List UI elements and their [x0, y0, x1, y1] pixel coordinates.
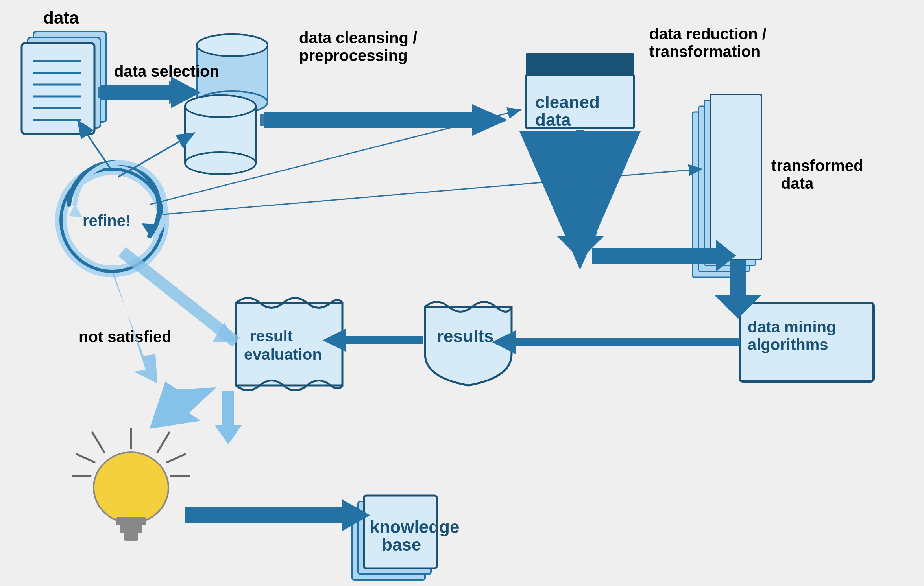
knowledge-base-label2: base [382, 535, 421, 554]
evaluation-label: evaluation [244, 346, 322, 363]
data-label: data [43, 8, 79, 27]
svg-point-17 [185, 95, 256, 117]
knowledge-base-label: knowledge [370, 517, 459, 536]
svg-rect-23 [710, 94, 761, 260]
data-cleansing-label: data cleansing / [299, 29, 417, 46]
svg-rect-40 [116, 517, 146, 525]
data-reduction-label: data reduction / [649, 25, 767, 42]
algorithms-label: algorithms [748, 336, 828, 353]
svg-point-39 [94, 452, 168, 523]
result-eval-label: result [250, 327, 293, 345]
data-selection-label: data selection [114, 63, 219, 80]
transformed-data-label2: data [781, 175, 814, 192]
data-documents-icon [22, 31, 106, 134]
svg-rect-42 [124, 533, 138, 541]
not-satisfied-label: not satisfied [79, 328, 172, 345]
refine-label: refine! [83, 212, 131, 229]
cleaned-data-label2: data [535, 110, 571, 129]
results-label: results [437, 326, 493, 346]
svg-rect-41 [120, 525, 142, 533]
database-cylinders-icon [185, 34, 268, 174]
transformation-label: transformation [649, 43, 760, 60]
data-mining-label: data mining [748, 318, 836, 335]
preprocessing-label: preprocessing [299, 47, 408, 64]
svg-point-16 [185, 152, 256, 174]
transformed-data-label: transformed [771, 157, 863, 174]
diagram-container: data cleaned data [0, 0, 924, 586]
cleaned-data-label: cleaned [535, 92, 600, 112]
svg-point-13 [197, 34, 268, 56]
svg-rect-18 [526, 53, 634, 75]
